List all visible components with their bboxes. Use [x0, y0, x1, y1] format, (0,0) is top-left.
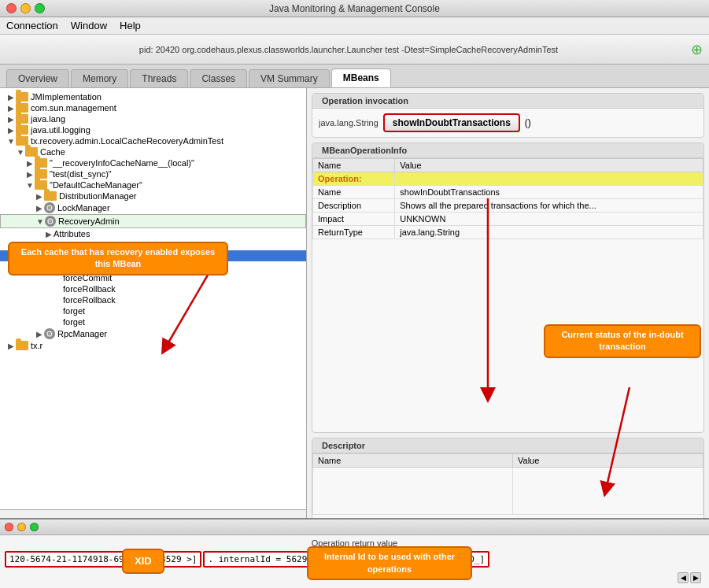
row-name: Name — [313, 186, 395, 199]
table-row: Name showInDoubtTransactions — [313, 186, 703, 199]
tree-label: DistributionManager — [59, 191, 136, 201]
tree-item-txrecovery[interactable]: ▼ tx.recovery.admin.LocalCacheRecoveryAd… — [0, 135, 306, 146]
tree-label: Attributes — [54, 229, 90, 239]
sub-max-btn[interactable] — [30, 523, 39, 531]
tree-label: "test(dist_sync)" — [50, 169, 112, 179]
row-value: UNKNOWN — [395, 213, 703, 226]
row-value: Shows all the prepared transactions for … — [395, 199, 703, 213]
tab-overview[interactable]: Overview — [6, 69, 69, 87]
tab-vmsummary[interactable]: VM Summary — [249, 69, 330, 87]
table-row: Description Shows all the prepared trans… — [313, 199, 703, 213]
menu-help[interactable]: Help — [120, 20, 141, 31]
operation-invocation-title: Operation invocation — [317, 94, 413, 107]
tree-item-comsun[interactable]: ▶ com.sun.management — [0, 102, 306, 113]
table-row: Impact UNKNOWN — [313, 213, 703, 226]
descriptor-table: Name Value — [312, 453, 703, 515]
tab-threads[interactable]: Threads — [130, 69, 188, 87]
close-button[interactable] — [6, 3, 17, 13]
window-controls — [6, 3, 45, 13]
tree-item-txr[interactable]: ▶ tx.r — [0, 340, 306, 351]
tree-item-testdistsync[interactable]: ▶ "test(dist_sync)" — [0, 168, 306, 179]
operation-invocation-body: java.lang.String showInDoubtTransactions… — [312, 109, 703, 137]
expand-arrow[interactable]: ▶ — [6, 93, 16, 102]
return-segment-xid: 120-5674-21-1174918-6974-103-3529 >] — [5, 551, 201, 568]
table-row — [313, 467, 703, 514]
tree-item-rpcmanager[interactable]: ▶ ⚙ RpcManager — [0, 327, 306, 340]
tree-item-attributes[interactable]: ▶ Attributes — [0, 228, 306, 239]
folder-icon — [44, 191, 57, 201]
tree-label: tx.r — [31, 341, 42, 350]
tree-item-forget2[interactable]: forget — [0, 316, 306, 327]
gear-icon: ⚙ — [45, 216, 56, 227]
tree-item-recoveryadmin[interactable]: ▼ ⚙ RecoveryAdmin — [0, 214, 306, 228]
tabs-bar: Overview Memory Threads Classes VM Summa… — [0, 65, 709, 88]
tree-item-jmimplementation[interactable]: ▶ JMImplementation — [0, 91, 306, 102]
tree-item-forcerollback1[interactable]: forceRollback — [0, 283, 306, 294]
table-row: Operation: — [313, 172, 703, 186]
tree-item-lockmanager[interactable]: ▶ ⚙ LockManager — [0, 202, 306, 214]
expand-arrow[interactable]: ▼ — [25, 181, 35, 190]
expand-arrow[interactable]: ▼ — [35, 217, 45, 226]
gear-icon: ⚙ — [44, 328, 55, 339]
sub-close-btn[interactable] — [5, 523, 13, 531]
tree-item-forget1[interactable]: forget — [0, 305, 306, 316]
expand-arrow[interactable]: ▶ — [35, 192, 44, 201]
connection-icon: ⊕ — [691, 41, 703, 58]
expand-arrow[interactable]: ▶ — [44, 230, 54, 239]
window-title: Java Monitoring & Management Console — [269, 3, 440, 14]
menu-window[interactable]: Window — [71, 20, 107, 31]
tree-item-recoverycache[interactable]: ▶ "__recoveryInfoCacheName__(local)" — [0, 157, 306, 168]
tab-mbeans[interactable]: MBeans — [331, 68, 391, 87]
tree-label: tx.recovery.admin.LocalCacheRecoveryAdmi… — [31, 136, 223, 146]
tree-item-cache[interactable]: ▼ Cache — [0, 146, 306, 157]
empty-cell — [313, 467, 513, 514]
tree-label: RecoveryAdmin — [58, 216, 120, 226]
empty-cell — [513, 467, 703, 514]
tree-panel: ▶ JMImplementation ▶ com.sun.management … — [0, 88, 307, 588]
gear-icon: ⚙ — [44, 202, 55, 213]
expand-arrow[interactable]: ▼ — [6, 137, 16, 146]
sub-min-btn[interactable] — [17, 523, 26, 531]
mbean-info-table: Name Value Operation: Name showInDoubtTr… — [312, 158, 703, 239]
expand-arrow[interactable]: ▶ — [25, 159, 35, 168]
row-name: Operation: — [313, 172, 395, 186]
tree-label: com.sun.management — [31, 103, 116, 113]
tree-item-forcerollback2[interactable]: forceRollback — [0, 294, 306, 305]
expand-arrow[interactable]: ▶ — [35, 330, 44, 338]
menu-connection[interactable]: Connection — [6, 20, 58, 31]
tree-item-javautillogging[interactable]: ▶ java.util.logging — [0, 124, 306, 135]
toolbar: pid: 20420 org.codehaus.plexus.classworl… — [0, 35, 709, 65]
tree-label: forceRollback — [63, 284, 116, 294]
expand-arrow[interactable]: ▶ — [25, 170, 35, 179]
tree-item-javalang[interactable]: ▶ java.lang — [0, 113, 306, 124]
tree-item-distributionmanager[interactable]: ▶ DistributionManager — [0, 190, 306, 202]
scroll-right[interactable]: ▶ — [690, 572, 701, 583]
operation-invocation-section: Operation invocation java.lang.String sh… — [312, 93, 704, 138]
col-value: Value — [513, 453, 703, 467]
tab-memory[interactable]: Memory — [71, 69, 128, 87]
tree-label: java.lang — [31, 114, 65, 124]
tree-label: "__recoveryInfoCacheName__(local)" — [50, 158, 194, 168]
tree-label: forceRollback — [63, 295, 116, 305]
show-indoubt-button[interactable]: showInDoubtTransactions — [383, 113, 520, 132]
cache-mbean-annotation: Each cache that has recovery enabled exp… — [8, 242, 228, 276]
row-value: java.lang.String — [395, 226, 703, 239]
pid-info: pid: 20420 org.codehaus.plexus.classworl… — [6, 45, 691, 54]
expand-arrow[interactable]: ▶ — [6, 104, 16, 113]
maximize-button[interactable] — [35, 3, 45, 13]
op-type-label: java.lang.String — [319, 118, 379, 128]
row-name: ReturnType — [313, 226, 395, 239]
tab-classes[interactable]: Classes — [190, 69, 247, 87]
descriptor-title: Descriptor — [317, 439, 370, 452]
minimize-button[interactable] — [20, 3, 31, 13]
folder-icon — [16, 341, 28, 350]
expand-arrow[interactable]: ▶ — [6, 115, 16, 124]
scroll-left[interactable]: ◀ — [678, 572, 689, 583]
expand-arrow[interactable]: ▶ — [6, 342, 16, 350]
expand-arrow[interactable]: ▶ — [6, 126, 16, 135]
tree-label: LockManager — [57, 203, 110, 213]
menu-bar: Connection Window Help — [0, 17, 709, 35]
internal-id-annotation: Internal Id to be used with other operat… — [307, 546, 472, 580]
expand-arrow[interactable]: ▼ — [16, 148, 25, 157]
expand-arrow[interactable]: ▶ — [35, 204, 44, 213]
